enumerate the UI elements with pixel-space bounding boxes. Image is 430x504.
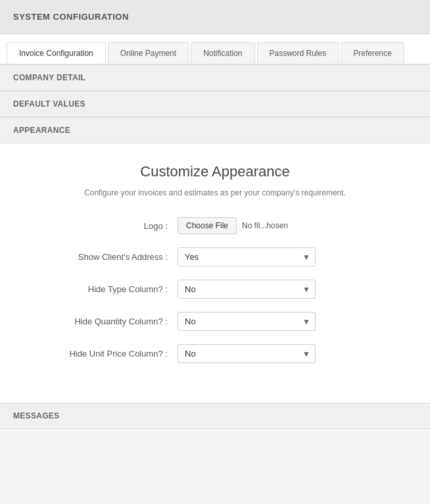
hide-quantity-select-wrapper: No Yes ▼: [178, 312, 316, 331]
hide-quantity-label: Hide Quantity Column? :: [26, 316, 178, 326]
show-client-address-select[interactable]: Yes No: [178, 247, 316, 266]
show-client-address-select-wrapper: Yes No ▼: [178, 247, 316, 266]
page-title: SYSTEM CONFIGURATION: [13, 12, 417, 22]
tabs-bar: Invoice Configuration Online Payment Not…: [0, 34, 430, 64]
tab-online-payment[interactable]: Online Payment: [108, 42, 189, 64]
content-area: COMPANY DETAIL DEFAULT VALUES APPEARANCE…: [0, 64, 430, 429]
show-client-address-row: Show Client's Address : Yes No ▼: [26, 247, 404, 266]
hide-type-select-wrapper: No Yes ▼: [178, 280, 316, 299]
tab-password-rules[interactable]: Password Rules: [257, 42, 339, 64]
logo-row: Logo : Choose File No fil...hosen: [26, 217, 404, 234]
logo-label: Logo :: [26, 221, 178, 231]
hide-quantity-select[interactable]: No Yes: [178, 312, 316, 331]
choose-file-button[interactable]: Choose File: [178, 217, 237, 234]
hide-type-label: Hide Type Column? :: [26, 284, 178, 294]
hide-unit-price-select-wrapper: No Yes ▼: [178, 344, 316, 363]
tab-notification[interactable]: Notification: [191, 42, 254, 64]
messages-section: MESSAGES: [0, 403, 430, 429]
tab-preference[interactable]: Preference: [341, 42, 404, 64]
hide-quantity-row: Hide Quantity Column? : No Yes ▼: [26, 312, 404, 331]
hide-unit-price-control: No Yes ▼: [178, 344, 404, 363]
file-name-display: No fil...hosen: [242, 221, 288, 230]
hide-type-select[interactable]: No Yes: [178, 280, 316, 299]
hide-unit-price-select[interactable]: No Yes: [178, 344, 316, 363]
show-client-address-control: Yes No ▼: [178, 247, 404, 266]
logo-input-group: Choose File No fil...hosen: [178, 217, 404, 234]
hide-unit-price-label: Hide Unit Price Column? :: [26, 349, 178, 359]
show-client-address-label: Show Client's Address :: [26, 252, 178, 262]
appearance-content: Customize Appearance Configure your invo…: [0, 143, 430, 403]
hide-type-control: No Yes ▼: [178, 280, 404, 299]
company-detail-section: COMPANY DETAIL: [0, 64, 430, 91]
appearance-title: Customize Appearance: [26, 163, 404, 180]
hide-quantity-control: No Yes ▼: [178, 312, 404, 331]
tab-invoice-configuration[interactable]: Invoice Configuration: [7, 42, 106, 64]
appearance-description: Configure your invoices and estimates as…: [26, 188, 404, 197]
appearance-section-header: APPEARANCE: [0, 117, 430, 143]
hide-type-row: Hide Type Column? : No Yes ▼: [26, 280, 404, 299]
hide-unit-price-row: Hide Unit Price Column? : No Yes ▼: [26, 344, 404, 363]
page-header: SYSTEM CONFIGURATION: [0, 0, 430, 34]
default-values-section: DEFAULT VALUES: [0, 91, 430, 117]
